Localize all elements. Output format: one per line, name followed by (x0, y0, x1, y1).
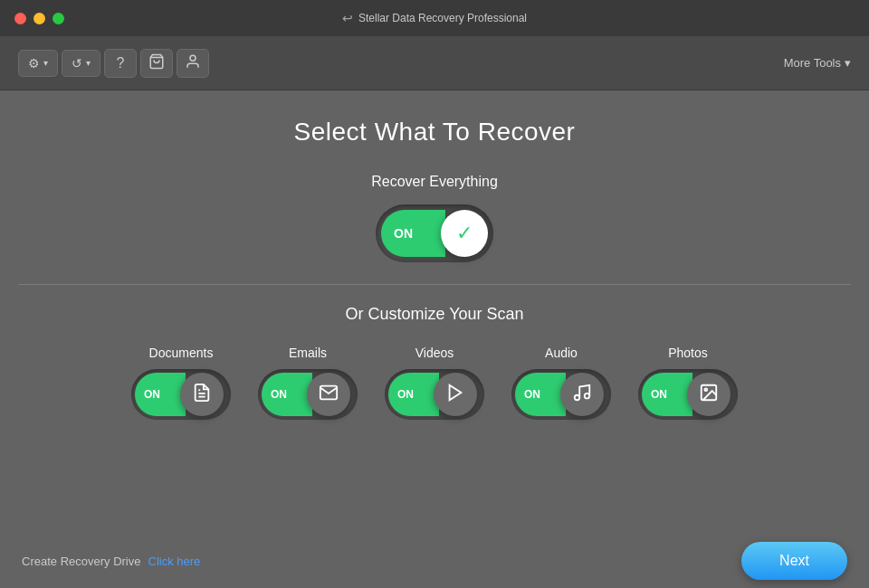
music-icon (572, 383, 592, 407)
photos-toggle[interactable]: ON (638, 369, 738, 420)
footer: Create Recovery Drive Click here Next (0, 534, 869, 588)
create-recovery-drive-text: Create Recovery Drive (22, 555, 141, 568)
toggle-on-text: ON (394, 226, 413, 241)
maximize-button[interactable] (53, 13, 64, 24)
photos-toggle-on: ON (651, 388, 667, 401)
click-here-link[interactable]: Click here (148, 555, 201, 568)
documents-toggle[interactable]: ON (131, 369, 231, 420)
categories-container: Documents ON (131, 346, 738, 420)
account-icon (185, 53, 201, 73)
documents-category: Documents ON (131, 346, 231, 420)
emails-label: Emails (289, 346, 327, 360)
account-button[interactable] (177, 49, 209, 78)
help-button[interactable]: ? (104, 49, 137, 78)
checkmark-icon: ✓ (456, 222, 473, 245)
audio-label: Audio (545, 346, 578, 360)
more-tools-label: More Tools (784, 56, 841, 70)
recover-everything-label: Recover Everything (371, 174, 498, 190)
toggle-thumb: ✓ (441, 210, 488, 257)
emails-toggle[interactable]: ON (258, 369, 358, 420)
photos-label: Photos (668, 346, 708, 360)
recover-everything-toggle[interactable]: ON ✓ (376, 204, 493, 262)
svg-point-6 (585, 393, 590, 398)
footer-left: Create Recovery Drive Click here (22, 555, 200, 568)
videos-category: Videos ON (385, 346, 484, 420)
divider (18, 284, 851, 285)
photos-category: Photos ON (638, 346, 738, 420)
settings-button[interactable]: ⚙ (18, 50, 58, 77)
videos-label: Videos (415, 346, 454, 360)
title-bar: ↩ Stellar Data Recovery Professional (0, 0, 869, 36)
page-title: Select What To Recover (294, 118, 576, 147)
history-icon: ↺ (72, 56, 82, 71)
svg-point-5 (575, 394, 580, 400)
close-button[interactable] (14, 13, 26, 24)
emails-thumb (307, 373, 350, 416)
customize-scan-label: Or Customize Your Scan (345, 305, 523, 324)
main-content: Select What To Recover Recover Everythin… (0, 90, 869, 588)
audio-toggle[interactable]: ON (511, 369, 611, 420)
history-button[interactable]: ↺ (62, 50, 100, 77)
documents-toggle-on: ON (144, 388, 160, 401)
next-button[interactable]: Next (741, 542, 847, 580)
gear-icon: ⚙ (28, 56, 40, 71)
toolbar: ⚙ ↺ ? M (0, 36, 869, 90)
photos-thumb (687, 373, 731, 416)
toolbar-left: ⚙ ↺ ? (18, 49, 209, 78)
svg-point-8 (704, 388, 707, 391)
svg-marker-4 (450, 384, 462, 400)
emails-category: Emails ON (258, 346, 358, 420)
audio-toggle-on: ON (524, 388, 540, 401)
svg-point-1 (190, 55, 196, 61)
back-icon: ↩ (342, 11, 353, 25)
email-icon (319, 383, 339, 407)
videos-toggle[interactable]: ON (385, 369, 484, 420)
video-play-icon (445, 383, 465, 407)
audio-thumb (560, 373, 604, 416)
photo-icon (699, 383, 719, 407)
document-icon (192, 383, 212, 407)
videos-toggle-on: ON (397, 388, 414, 401)
audio-category: Audio ON (511, 346, 611, 420)
minimize-button[interactable] (33, 13, 45, 24)
documents-thumb (180, 373, 224, 416)
documents-label: Documents (149, 346, 214, 360)
app-title-area: ↩ Stellar Data Recovery Professional (342, 11, 527, 25)
cart-icon (148, 53, 165, 73)
help-icon: ? (117, 55, 125, 71)
more-tools-button[interactable]: More Tools ▾ (784, 56, 851, 70)
videos-thumb (434, 373, 477, 416)
chevron-down-icon: ▾ (845, 56, 851, 70)
cart-button[interactable] (140, 49, 173, 78)
toolbar-right: More Tools ▾ (784, 56, 851, 70)
traffic-lights (14, 13, 64, 24)
emails-toggle-on: ON (271, 388, 287, 401)
app-title: Stellar Data Recovery Professional (358, 12, 527, 24)
